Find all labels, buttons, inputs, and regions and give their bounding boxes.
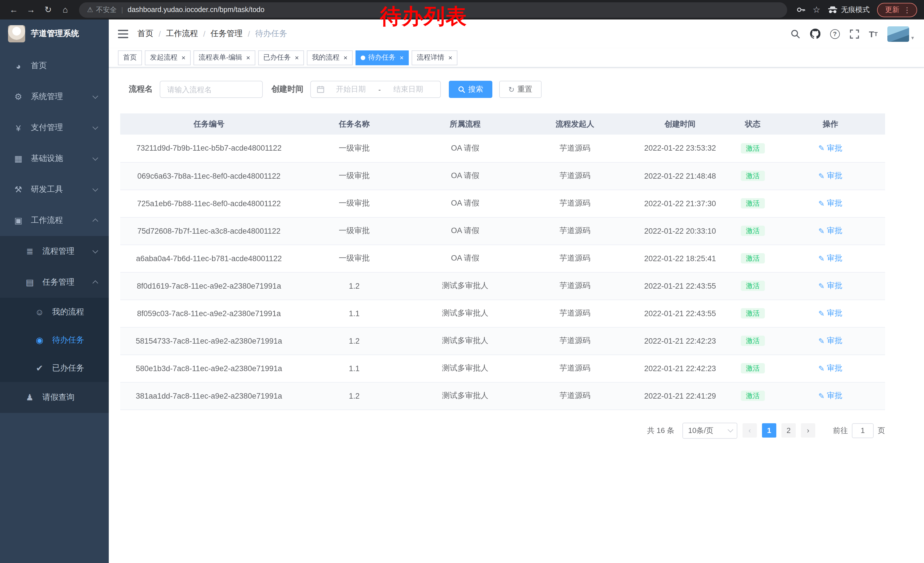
total-count: 共 16 条 <box>647 425 674 435</box>
browser-home-icon[interactable]: ⌂ <box>58 3 72 17</box>
goto-page-input[interactable] <box>852 423 874 438</box>
search-icon[interactable] <box>790 29 800 39</box>
help-icon[interactable]: ? <box>830 29 840 39</box>
sidebar-item[interactable]: ♟请假查询 <box>0 382 109 413</box>
breadcrumb-item[interactable]: 任务管理 <box>211 29 243 39</box>
url-text[interactable]: dashboard.yudao.iocoder.cn/bpm/task/todo <box>128 6 264 14</box>
sidebar-item-label: 任务管理 <box>42 277 74 288</box>
tag-item[interactable]: 发起流程× <box>145 50 190 65</box>
password-key-icon[interactable] <box>796 5 805 14</box>
sidebar-item-label: 工作流程 <box>31 215 63 226</box>
approve-link[interactable]: ✎审批 <box>818 143 842 153</box>
reset-button[interactable]: ↻ 重置 <box>499 81 542 98</box>
tag-item[interactable]: 流程表单-编辑× <box>194 50 255 65</box>
pencil-icon: ✎ <box>818 227 825 235</box>
sidebar-item[interactable]: ◉待办任务 <box>0 326 109 354</box>
browser-reload-icon[interactable]: ↻ <box>41 3 55 17</box>
cell-task-id: a6aba0a4-7b6d-11ec-b781-acde48001122 <box>120 245 298 272</box>
cell-process: OA 请假 <box>411 217 519 245</box>
tag-close-icon[interactable]: × <box>182 54 186 62</box>
cell-process: OA 请假 <box>411 245 519 272</box>
cell-actions: ✎审批 <box>776 354 885 382</box>
cell-starter: 芋道源码 <box>519 382 630 410</box>
tag-close-icon[interactable]: × <box>344 54 348 62</box>
sidebar-item-label: 首页 <box>31 61 47 71</box>
sidebar-item[interactable]: ⚒研发工具 <box>0 174 109 205</box>
tag-close-icon[interactable]: × <box>246 54 250 62</box>
cell-status: 激活 <box>730 217 776 245</box>
sidebar-item[interactable]: ◕首页 <box>0 50 109 81</box>
fullscreen-icon[interactable] <box>850 29 859 39</box>
cell-task-name: 一级审批 <box>298 135 411 162</box>
infrastructure-icon: ▦ <box>12 153 25 164</box>
pencil-icon: ✎ <box>818 171 825 180</box>
avatar-image <box>887 26 909 42</box>
approve-link[interactable]: ✎审批 <box>818 226 842 236</box>
approve-link[interactable]: ✎审批 <box>818 336 842 346</box>
sidebar-item[interactable]: ≣流程管理 <box>0 236 109 267</box>
done-task-icon: ✔ <box>33 363 46 373</box>
user-avatar[interactable]: ▼ <box>887 26 915 42</box>
security-warning[interactable]: ⚠ 不安全 <box>87 5 117 15</box>
approve-link[interactable]: ✎审批 <box>818 308 842 318</box>
page-button-2[interactable]: 2 <box>782 423 796 438</box>
approve-link[interactable]: ✎审批 <box>818 198 842 209</box>
incognito-icon <box>828 6 837 14</box>
sidebar-item[interactable]: ▣工作流程 <box>0 205 109 236</box>
sidebar-item[interactable]: ☺我的流程 <box>0 298 109 326</box>
page-button-1[interactable]: 1 <box>762 423 776 438</box>
chevron-down-icon <box>728 427 734 432</box>
tag-label: 流程表单-编辑 <box>199 53 242 62</box>
cell-task-id: 58154733-7ac8-11ec-a9e2-a2380e71991a <box>120 327 298 354</box>
sidebar-item[interactable]: ▦基础设施 <box>0 143 109 174</box>
browser-update-button[interactable]: 更新 ⋮ <box>877 3 917 17</box>
next-page-button[interactable]: › <box>801 423 815 438</box>
sidebar-item-label: 系统管理 <box>31 92 63 102</box>
tag-item[interactable]: 我的流程× <box>307 50 352 65</box>
approve-link[interactable]: ✎审批 <box>818 363 842 374</box>
sidebar-collapse-icon[interactable] <box>118 30 128 38</box>
font-size-icon[interactable]: TT <box>869 29 878 39</box>
security-label: 不安全 <box>96 5 117 15</box>
browser-back-icon[interactable]: ← <box>7 3 21 17</box>
cell-process: 测试多审批人 <box>411 272 519 300</box>
sidebar-item[interactable]: ▤任务管理 <box>0 267 109 298</box>
tag-item[interactable]: 首页 <box>118 50 142 65</box>
browser-chrome: ← → ↻ ⌂ ⚠ 不安全 | dashboard.yudao.iocoder.… <box>0 0 924 20</box>
github-icon[interactable] <box>810 29 820 39</box>
cell-process: 测试多审批人 <box>411 300 519 327</box>
search-button[interactable]: 搜索 <box>449 81 492 98</box>
chevron-up-icon <box>93 219 98 224</box>
tag-close-icon[interactable]: × <box>295 54 299 62</box>
tag-active[interactable]: 待办任务× <box>356 50 409 65</box>
approve-link[interactable]: ✎审批 <box>818 171 842 181</box>
breadcrumb-item[interactable]: 首页 <box>137 29 153 39</box>
tag-item[interactable]: 流程详情× <box>412 50 458 65</box>
pencil-icon: ✎ <box>818 392 825 400</box>
sidebar-item[interactable]: ⚙系统管理 <box>0 81 109 112</box>
tag-item[interactable]: 已办任务× <box>258 50 304 65</box>
approve-link[interactable]: ✎审批 <box>818 390 842 401</box>
breadcrumb-item[interactable]: 工作流程 <box>166 29 198 39</box>
browser-actions: ☆ 无痕模式 更新 ⋮ <box>796 3 917 17</box>
bookmark-star-icon[interactable]: ☆ <box>813 5 820 15</box>
table-row: 8f0d1619-7ac8-11ec-a9e2-a2380e71991a1.2测… <box>120 272 885 300</box>
browser-forward-icon[interactable]: → <box>24 3 38 17</box>
table-row: 069c6a63-7b8a-11ec-8ef0-acde48001122一级审批… <box>120 162 885 189</box>
approve-link[interactable]: ✎审批 <box>818 281 842 291</box>
approve-link[interactable]: ✎审批 <box>818 253 842 263</box>
date-range-picker[interactable]: 开始日期 - 结束日期 <box>310 81 441 98</box>
start-date-placeholder[interactable]: 开始日期 <box>325 84 377 95</box>
process-name-input[interactable] <box>160 81 263 98</box>
sidebar-item[interactable]: ¥支付管理 <box>0 112 109 143</box>
page-size-select[interactable]: 10条/页 <box>682 422 737 438</box>
cell-starter: 芋道源码 <box>519 327 630 354</box>
status-badge: 激活 <box>741 171 765 181</box>
tag-close-icon[interactable]: × <box>400 54 404 62</box>
end-date-placeholder[interactable]: 结束日期 <box>382 84 435 95</box>
app-logo-row[interactable]: 芋道管理系统 <box>0 20 109 48</box>
browser-menu-kebab-icon[interactable]: ⋮ <box>903 6 911 14</box>
sidebar-item[interactable]: ✔已办任务 <box>0 354 109 382</box>
tag-close-icon[interactable]: × <box>448 54 452 62</box>
prev-page-button[interactable]: ‹ <box>742 423 757 438</box>
